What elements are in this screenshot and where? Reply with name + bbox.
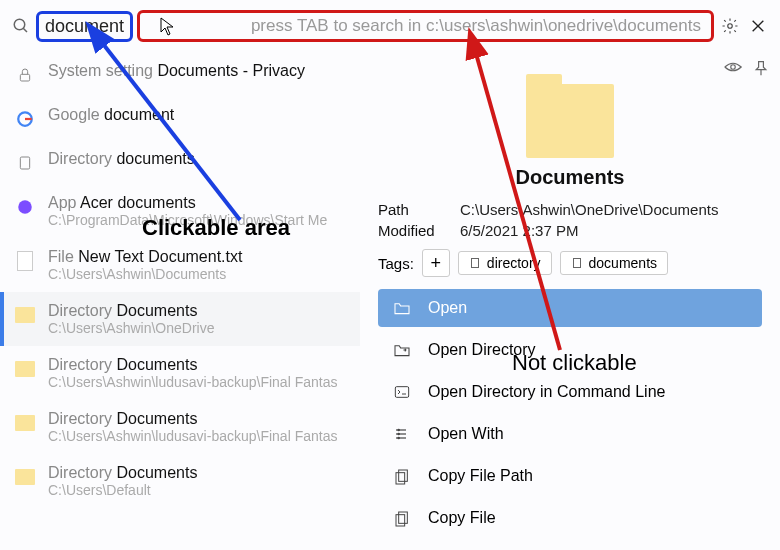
open-with-icon [392, 427, 412, 441]
lock-icon [14, 64, 36, 86]
result-item[interactable]: Directory documents [0, 140, 360, 184]
svg-line-1 [23, 28, 27, 32]
preview-toggle-icon[interactable] [724, 60, 742, 80]
folder-large-icon [526, 84, 614, 158]
result-title: App Acer documents [48, 194, 352, 212]
action-open[interactable]: Open [378, 289, 762, 327]
action-label: Open With [428, 425, 504, 443]
svg-rect-12 [395, 387, 408, 398]
app-icon [14, 196, 36, 218]
folder-icon [14, 358, 36, 380]
result-item[interactable]: Directory DocumentsC:\Users\Ashwin\ludus… [0, 400, 360, 454]
svg-rect-21 [399, 512, 408, 523]
svg-point-16 [398, 429, 399, 430]
action-open-with[interactable]: Open With [378, 415, 762, 453]
action-label: Open [428, 299, 467, 317]
action-open-directory-in-command-line[interactable]: Open Directory in Command Line [378, 373, 762, 411]
folder-icon [14, 412, 36, 434]
path-value: C:\Users\Ashwin\OneDrive\Documents [460, 201, 718, 218]
action-copy-file-path[interactable]: Copy File Path [378, 457, 762, 495]
action-copy-file[interactable]: Copy File [378, 499, 762, 537]
preview-title: Documents [378, 166, 762, 189]
svg-point-8 [18, 200, 32, 214]
result-item[interactable]: Directory DocumentsC:\Users\Default [0, 454, 360, 508]
tags-label: Tags: [378, 255, 414, 272]
svg-rect-10 [471, 259, 478, 268]
result-subtitle: C:\Users\Ashwin\ludusavi-backup\Final Fa… [48, 374, 352, 390]
result-title: Directory Documents [48, 356, 352, 374]
svg-point-17 [398, 433, 399, 434]
pin-icon[interactable] [754, 60, 768, 80]
file-icon [14, 250, 36, 272]
result-item[interactable]: Google document [0, 96, 360, 140]
result-item[interactable]: Directory DocumentsC:\Users\Ashwin\ludus… [0, 346, 360, 400]
add-tag-button[interactable]: + [422, 249, 450, 277]
result-subtitle: C:\Users\Ashwin\ludusavi-backup\Final Fa… [48, 428, 352, 444]
copy-file-icon [392, 509, 412, 527]
svg-rect-19 [399, 470, 408, 481]
tag[interactable]: directory [458, 251, 552, 275]
annotation-clickable: Clickable area [142, 215, 290, 241]
result-title: Google document [48, 106, 352, 124]
action-label: Copy File Path [428, 467, 533, 485]
tag[interactable]: documents [560, 251, 668, 275]
search-query[interactable]: document [36, 11, 133, 42]
result-title: File New Text Document.txt [48, 248, 352, 266]
results-list: System setting Documents - PrivacyGoogle… [0, 52, 360, 550]
annotation-not-clickable: Not clickable [512, 350, 637, 376]
svg-point-9 [731, 65, 736, 70]
result-subtitle: C:\Users\Ashwin\OneDrive [48, 320, 352, 336]
svg-rect-22 [396, 515, 405, 526]
result-subtitle: C:\Users\Default [48, 482, 352, 498]
svg-rect-7 [20, 157, 29, 169]
result-title: Directory Documents [48, 302, 352, 320]
result-title: Directory documents [48, 150, 352, 168]
preview-panel: Documents Path C:\Users\Ashwin\OneDrive\… [360, 52, 780, 550]
action-label: Copy File [428, 509, 496, 527]
search-icon [10, 15, 32, 37]
folder-open-icon [392, 301, 412, 315]
svg-rect-20 [396, 473, 405, 484]
modified-value: 6/5/2021 2:37 PM [460, 222, 578, 239]
result-item[interactable]: System setting Documents - Privacy [0, 52, 360, 96]
svg-point-2 [728, 24, 733, 29]
result-item[interactable]: File New Text Document.txtC:\Users\Ashwi… [0, 238, 360, 292]
svg-rect-11 [573, 259, 580, 268]
page-icon [14, 152, 36, 174]
svg-point-18 [398, 437, 399, 438]
svg-rect-5 [20, 74, 29, 81]
result-title: Directory Documents [48, 464, 352, 482]
folder-icon [14, 466, 36, 488]
action-label: Open Directory in Command Line [428, 383, 665, 401]
result-title: System setting Documents - Privacy [48, 62, 352, 80]
result-subtitle: C:\Users\Ashwin\Documents [48, 266, 352, 282]
google-icon [14, 108, 36, 130]
settings-button[interactable] [718, 14, 742, 38]
search-path-hint[interactable]: press TAB to search in c:\users\ashwin\o… [137, 10, 714, 42]
path-label: Path [378, 201, 460, 218]
terminal-icon [392, 385, 412, 399]
svg-point-0 [14, 19, 25, 30]
result-title: Directory Documents [48, 410, 352, 428]
folder-icon [14, 304, 36, 326]
modified-label: Modified [378, 222, 460, 239]
result-item[interactable]: Directory DocumentsC:\Users\Ashwin\OneDr… [0, 292, 360, 346]
close-button[interactable] [746, 14, 770, 38]
open-dir-icon [392, 343, 412, 357]
copy-path-icon [392, 467, 412, 485]
